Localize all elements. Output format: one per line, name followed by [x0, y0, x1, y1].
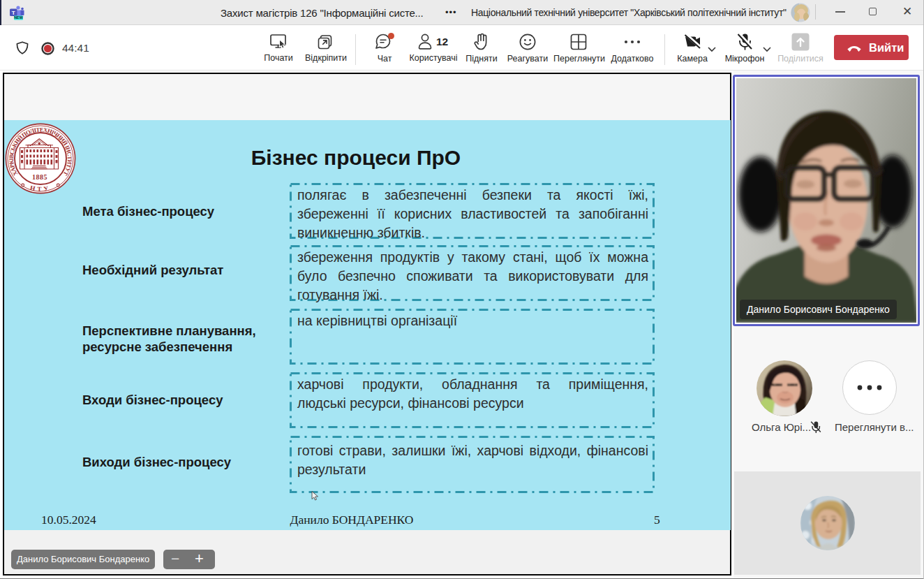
- svg-text:T: T: [12, 10, 15, 16]
- svg-text:12: 12: [436, 36, 448, 47]
- svg-text:1885: 1885: [32, 173, 47, 181]
- svg-text:NEW: NEW: [14, 15, 23, 20]
